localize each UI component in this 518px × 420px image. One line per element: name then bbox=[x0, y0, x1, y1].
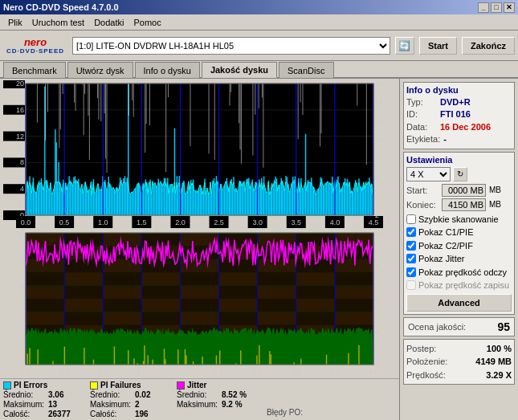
pi-errors-avg-value: 3.06 bbox=[48, 390, 63, 399]
speed-select[interactable]: 4 X bbox=[406, 167, 451, 181]
advanced-button[interactable]: Advanced bbox=[406, 294, 512, 312]
postep-label: Postep: bbox=[406, 342, 436, 356]
right-panel: Info o dysku Typ: DVD+R ID: FTI 016 Data… bbox=[399, 79, 518, 420]
menu-dodatki[interactable]: Dodatki bbox=[89, 16, 128, 29]
pi-errors-total-label: Całość: bbox=[3, 410, 45, 418]
settings-section: Ustawienia 4 X ↻ Start: MB Koniec: MB Sz… bbox=[403, 152, 515, 315]
minimize-button[interactable]: _ bbox=[478, 2, 489, 13]
info-title: Info o dysku bbox=[406, 85, 512, 95]
koniec-input[interactable] bbox=[442, 198, 486, 211]
koniec-label: Koniec: bbox=[406, 200, 438, 210]
pi-failures-total-label: Całość: bbox=[90, 410, 132, 418]
tab-utworz[interactable]: Utwórz dysk bbox=[67, 62, 133, 78]
quality-label: Ocena jakości: bbox=[408, 322, 466, 332]
info-data-label: Data: bbox=[406, 121, 437, 133]
legend-pi-errors-header: PI Errors bbox=[3, 381, 84, 389]
predkosc-value: 3.29 X bbox=[486, 369, 512, 382]
chart2-canvas bbox=[3, 230, 396, 377]
tab-scandisc[interactable]: ScanDisc bbox=[279, 62, 333, 78]
maximize-button[interactable]: □ bbox=[491, 2, 502, 13]
main-content: PI Errors Średnio: 3.06 Maksimum: 13 Cał… bbox=[0, 79, 518, 420]
legend-pi-failures-header: PI Failures bbox=[90, 381, 170, 389]
write-speed-label: Pokaz prędkość zapisu bbox=[418, 279, 509, 292]
settings-title: Ustawienia bbox=[406, 155, 512, 165]
end-button[interactable]: Zakończ bbox=[462, 37, 515, 55]
title-bar-buttons: _ □ ✕ bbox=[478, 2, 515, 13]
menu-pomoc[interactable]: Pomoc bbox=[128, 16, 165, 29]
c1pie-checkbox[interactable] bbox=[406, 227, 416, 237]
pi-failures-max-value: 2 bbox=[135, 400, 140, 409]
chart1-container bbox=[3, 80, 396, 228]
pi-errors-label: PI Errors bbox=[14, 381, 47, 389]
chart1-canvas bbox=[3, 80, 396, 228]
info-id-value: FTI 016 bbox=[440, 108, 471, 120]
errors-label: Błędy PO: bbox=[263, 406, 306, 418]
logo: nero CD·DVD·SPEED bbox=[3, 36, 67, 55]
info-typ-value: DVD+R bbox=[440, 96, 471, 108]
c2pif-label: Pokaz C2/PIF bbox=[418, 239, 473, 253]
pi-failures-label: PI Failures bbox=[100, 381, 141, 389]
read-speed-checkbox[interactable] bbox=[406, 267, 416, 277]
jitter-max-label: Maksimum: bbox=[177, 400, 218, 409]
info-etykieta-label: Etykieta: bbox=[406, 133, 440, 145]
pi-failures-avg-value: 0.02 bbox=[135, 390, 150, 399]
chart2-container bbox=[3, 230, 396, 377]
quality-value: 95 bbox=[497, 320, 510, 333]
info-data-value: 16 Dec 2006 bbox=[440, 121, 491, 133]
menu-uruchom[interactable]: Uruchom test bbox=[27, 16, 89, 29]
header-row: nero CD·DVD·SPEED [1:0] LITE-ON DVDRW LH… bbox=[0, 31, 518, 61]
charts-panel: PI Errors Średnio: 3.06 Maksimum: 13 Cał… bbox=[0, 79, 399, 420]
jitter-avg-value: 8.52 % bbox=[222, 390, 247, 399]
close-button[interactable]: ✕ bbox=[504, 2, 515, 13]
pi-failures-max-label: Maksimum: bbox=[90, 400, 132, 409]
quality-section: Ocena jakości: 95 bbox=[403, 317, 515, 336]
drive-icon-button[interactable]: 🔄 bbox=[395, 37, 414, 55]
pi-errors-avg-label: Średnio: bbox=[3, 390, 45, 399]
jitter-color bbox=[177, 381, 185, 389]
polozenie-value: 4149 MB bbox=[475, 355, 512, 369]
title-bar: Nero CD-DVD Speed 4.7.0.0 _ □ ✕ bbox=[0, 0, 518, 14]
write-speed-checkbox[interactable] bbox=[406, 280, 416, 290]
refresh-button[interactable]: ↻ bbox=[453, 167, 467, 181]
szybkie-checkbox[interactable] bbox=[406, 214, 416, 224]
info-typ-label: Typ: bbox=[406, 96, 437, 108]
pi-failures-avg-label: Średnio: bbox=[90, 390, 132, 399]
jitter-label: Pokaz Jitter bbox=[418, 252, 464, 266]
menu-bar: Plik Uruchom test Dodatki Pomoc bbox=[0, 14, 518, 31]
legend-pi-failures: PI Failures Średnio: 0.02 Maksimum: 2 Ca… bbox=[90, 381, 170, 418]
start-label: Start: bbox=[406, 186, 438, 195]
menu-plik[interactable]: Plik bbox=[3, 16, 27, 29]
pi-errors-max-value: 13 bbox=[48, 400, 57, 409]
pi-errors-color bbox=[3, 381, 11, 389]
drive-select[interactable]: [1:0] LITE-ON DVDRW LH-18A1H HL05 bbox=[72, 37, 390, 55]
c2pif-checkbox[interactable] bbox=[406, 241, 416, 251]
tab-info[interactable]: Info o dysku bbox=[135, 62, 200, 78]
pi-errors-max-label: Maksimum: bbox=[3, 400, 45, 409]
info-id-label: ID: bbox=[406, 108, 437, 120]
logo-sub: CD·DVD·SPEED bbox=[6, 47, 64, 55]
start-button[interactable]: Start bbox=[419, 37, 457, 55]
info-section: Info o dysku Typ: DVD+R ID: FTI 016 Data… bbox=[403, 82, 515, 149]
legend-area: PI Errors Średnio: 3.06 Maksimum: 13 Cał… bbox=[0, 378, 399, 420]
c1pie-label: Pokaz C1/PIE bbox=[418, 226, 473, 239]
pi-failures-color bbox=[90, 381, 98, 389]
bottom-stats: Postep: 100 % Położenie: 4149 MB Prędkoś… bbox=[403, 339, 515, 385]
jitter-checkbox[interactable] bbox=[406, 254, 416, 263]
tab-benchmark[interactable]: Benchmark bbox=[3, 62, 66, 78]
tabs-row: Benchmark Utwórz dysk Info o dysku Jakoś… bbox=[0, 61, 518, 79]
szybkie-label: Szybkie skanowanie bbox=[418, 213, 499, 226]
pi-errors-total-value: 26377 bbox=[48, 410, 71, 418]
info-etykieta-value: - bbox=[443, 133, 447, 145]
jitter-label: Jitter bbox=[187, 381, 206, 389]
start-input[interactable] bbox=[442, 184, 486, 197]
jitter-max-value: 9.2 % bbox=[222, 400, 243, 409]
logo-nero: nero bbox=[24, 36, 47, 47]
legend-jitter: Jitter Średnio: 8.52 % Maksimum: 9.2 % bbox=[177, 381, 257, 418]
jitter-avg-label: Średnio: bbox=[177, 390, 218, 399]
read-speed-label: Pokaz prędkość odczy bbox=[418, 266, 507, 279]
tab-jakosc[interactable]: Jakość dysku bbox=[202, 62, 277, 78]
legend-jitter-header: Jitter bbox=[177, 381, 257, 389]
postep-value: 100 % bbox=[487, 342, 512, 356]
window-title: Nero CD-DVD Speed 4.7.0.0 bbox=[3, 2, 119, 12]
polozenie-label: Położenie: bbox=[406, 355, 447, 369]
